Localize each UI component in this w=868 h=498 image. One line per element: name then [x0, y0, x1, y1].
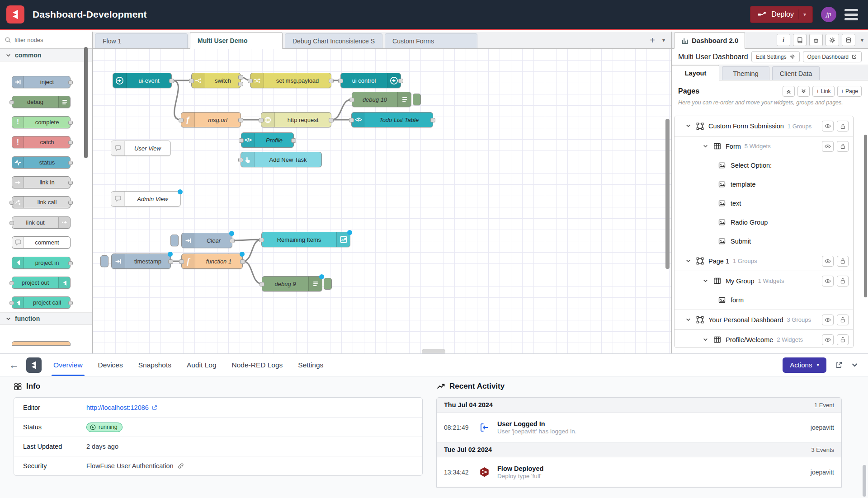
- tab-dashboard-2[interactable]: Dashboard 2.0: [674, 32, 745, 49]
- chevron-down-icon[interactable]: [703, 278, 709, 284]
- debug-tab-icon[interactable]: [809, 34, 823, 46]
- chevron-down-icon[interactable]: [685, 317, 692, 323]
- palette-node-debug[interactable]: debug: [12, 96, 71, 108]
- palette-node-complete[interactable]: !complete: [12, 116, 71, 128]
- add-page-button[interactable]: + Page: [837, 86, 862, 97]
- sidebar-tab-layout[interactable]: Layout: [672, 65, 719, 80]
- open-dashboard-button[interactable]: Open Dashboard: [803, 51, 862, 62]
- palette-search-input[interactable]: [14, 37, 82, 43]
- node-timestamp[interactable]: timestamp: [111, 254, 171, 269]
- deploy-button[interactable]: Deploy ▾: [750, 6, 813, 23]
- lock-open-icon[interactable]: [837, 256, 849, 267]
- sidebar-scrollbar[interactable]: [864, 135, 867, 297]
- edit-settings-button[interactable]: Edit Settings: [751, 51, 799, 62]
- visibility-eye-icon[interactable]: [822, 334, 834, 345]
- palette-node-catch[interactable]: !catch: [12, 136, 71, 148]
- flow-tab-4[interactable]: Custom Forms: [385, 33, 477, 48]
- back-arrow-icon[interactable]: ←: [9, 359, 19, 371]
- tree-page-your-personal-dashboard[interactable]: Your Personal Dashboard3 Groups: [675, 310, 853, 329]
- activity-event-row[interactable]: 08:21:49 User Logged InUser 'joepavitt' …: [437, 413, 841, 442]
- main-menu-icon[interactable]: [844, 9, 858, 20]
- node-function1[interactable]: ffunction 1: [181, 254, 243, 269]
- node-addtask[interactable]: Add New Task: [241, 152, 322, 167]
- palette-node-project-out[interactable]: project out: [12, 277, 71, 289]
- sidebar-tab-client-data[interactable]: Client Data: [772, 66, 820, 80]
- instance-tab-snapshots[interactable]: Snapshots: [138, 354, 171, 376]
- sidebar-more-chevron-icon[interactable]: ▾: [861, 37, 863, 43]
- tree-widget-submit[interactable]: Submit: [675, 232, 853, 251]
- palette-node-partial[interactable]: [12, 341, 71, 346]
- node-http[interactable]: http request: [261, 112, 331, 127]
- chevron-down-icon[interactable]: [685, 123, 692, 129]
- visibility-eye-icon[interactable]: [822, 121, 834, 132]
- flow-list-chevron-icon[interactable]: ▾: [662, 37, 665, 43]
- collapse-panel-chevron-icon[interactable]: [851, 362, 858, 368]
- deploy-caret-icon[interactable]: ▾: [798, 9, 806, 19]
- node-profile[interactable]: </>Profile: [241, 132, 294, 148]
- instance-tab-devices[interactable]: Devices: [98, 354, 123, 376]
- instance-tab-overview[interactable]: Overview: [53, 354, 83, 376]
- palette-node-status[interactable]: status: [12, 156, 71, 169]
- expand-all-button[interactable]: [797, 86, 810, 97]
- lock-open-icon[interactable]: [837, 334, 849, 345]
- palette-node-comment[interactable]: comment: [12, 236, 71, 249]
- palette-node-project-call[interactable]: project call: [12, 296, 71, 309]
- visibility-eye-icon[interactable]: [822, 276, 834, 287]
- lock-open-icon[interactable]: [837, 141, 849, 152]
- editor-link[interactable]: http://localhost:12086: [86, 404, 158, 411]
- node-msgurl[interactable]: fmsg.url: [181, 112, 241, 127]
- flow-tab-1[interactable]: Flow 1: [95, 33, 188, 48]
- tree-widget-text[interactable]: text: [675, 194, 853, 213]
- node-adminview[interactable]: Admin View: [111, 191, 181, 207]
- visibility-eye-icon[interactable]: [822, 256, 834, 267]
- node-userview[interactable]: User View: [111, 141, 171, 156]
- lock-open-icon[interactable]: [837, 276, 849, 287]
- inject-button-clear[interactable]: [170, 235, 179, 246]
- context-tab-icon[interactable]: [842, 34, 855, 46]
- chevron-down-icon[interactable]: [703, 143, 709, 150]
- flowfuse-instance-logo-icon[interactable]: [26, 357, 42, 373]
- node-switch[interactable]: switch: [191, 73, 241, 88]
- debug-toggle-debug9[interactable]: [324, 278, 332, 290]
- user-avatar[interactable]: jp: [821, 7, 836, 22]
- palette-node-link-out[interactable]: link out: [12, 216, 71, 229]
- chevron-down-icon[interactable]: [703, 337, 709, 343]
- tree-widget-radio-group[interactable]: Radio Group: [675, 213, 853, 232]
- help-tab-icon[interactable]: [793, 34, 807, 46]
- tree-group-form[interactable]: Form5 Widgets: [675, 136, 853, 156]
- panel-scrollbar[interactable]: [863, 465, 866, 497]
- palette-node-inject[interactable]: inject: [12, 76, 71, 88]
- palette-node-project-in[interactable]: project in: [12, 257, 71, 269]
- palette-search[interactable]: [0, 32, 92, 49]
- tree-page-page-1[interactable]: Page 11 Groups: [675, 251, 853, 271]
- flow-canvas[interactable]: ui-eventswitchset msg.payloadui controld…: [93, 49, 671, 353]
- chain-link-icon[interactable]: [177, 462, 184, 470]
- tree-group-profile-welcome[interactable]: Profile/Welcome2 Widgets: [675, 329, 853, 348]
- chevron-down-icon[interactable]: [685, 258, 692, 264]
- add-link-button[interactable]: + Link: [812, 86, 834, 97]
- canvas-scrollbar[interactable]: [665, 119, 670, 269]
- tree-widget-select-option-[interactable]: Select Option:: [675, 156, 853, 175]
- palette-section-common[interactable]: common: [0, 49, 92, 61]
- tree-widget-template[interactable]: template: [675, 175, 853, 194]
- lock-open-icon[interactable]: [837, 315, 849, 325]
- debug-toggle-debug10[interactable]: [413, 94, 421, 105]
- node-set[interactable]: set msg.payload: [250, 73, 331, 88]
- palette-scrollbar[interactable]: [84, 47, 88, 158]
- sidebar-tab-theming[interactable]: Theming: [722, 66, 769, 80]
- config-tab-icon[interactable]: [826, 34, 839, 46]
- add-flow-icon[interactable]: +: [650, 36, 655, 45]
- tree-group-my-group[interactable]: My Group1 Widgets: [675, 271, 853, 291]
- node-debug10[interactable]: debug 10: [352, 92, 411, 107]
- tree-page-custom-form-submission[interactable]: Custom Form Submission1 Groups: [675, 116, 853, 136]
- node-todo[interactable]: </>Todo List Table: [351, 112, 433, 127]
- collapse-all-button[interactable]: [783, 86, 795, 97]
- activity-event-row[interactable]: 13:34:42 Flow DeployedDeploy type 'full'…: [437, 457, 841, 487]
- node-debug9[interactable]: debug 9: [262, 276, 322, 291]
- lock-open-icon[interactable]: [837, 121, 849, 132]
- palette-node-link-call[interactable]: link call: [12, 196, 71, 208]
- canvas-splitter-handle[interactable]: [422, 349, 445, 353]
- visibility-eye-icon[interactable]: [822, 141, 834, 152]
- node-clear[interactable]: Clear: [181, 233, 232, 248]
- palette-node-link-in[interactable]: link in: [12, 176, 71, 188]
